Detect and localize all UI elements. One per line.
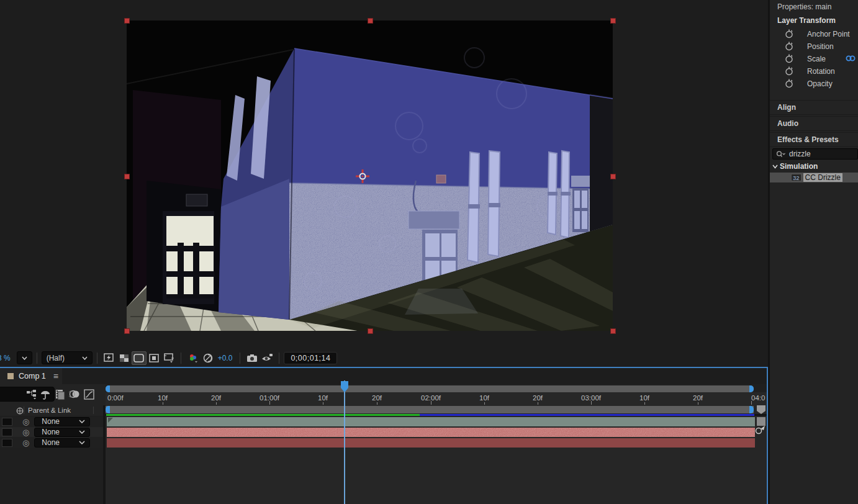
- selection-handle-bottom-right[interactable]: [610, 328, 616, 334]
- mini-flowchart-icon[interactable]: [26, 389, 37, 400]
- effect-name: CC Drizzle: [803, 173, 842, 182]
- stopwatch-icon[interactable]: [785, 79, 793, 88]
- take-snapshot-camera-icon[interactable]: [245, 351, 260, 365]
- ruler-label: 20f: [211, 394, 221, 402]
- layer-bar-1[interactable]: [107, 417, 755, 426]
- motion-blur-icon[interactable]: [69, 389, 80, 400]
- bit-depth-badge: 32: [791, 174, 802, 181]
- comp-viewport[interactable]: [127, 20, 613, 331]
- selection-handle-top-right[interactable]: [610, 18, 616, 24]
- work-area-start-handle[interactable]: [106, 406, 110, 413]
- mask-visibility-icon[interactable]: [147, 351, 161, 365]
- category-label: Simulation: [780, 162, 818, 171]
- graph-editor-icon[interactable]: [84, 389, 95, 400]
- stopwatch-icon[interactable]: [785, 54, 793, 63]
- parent-dropdown[interactable]: None: [34, 417, 90, 426]
- panel-header-align[interactable]: Align: [770, 100, 858, 115]
- parent-link-column-header[interactable]: Parent & Link: [28, 407, 71, 414]
- show-snapshot-eye-icon[interactable]: [260, 351, 274, 365]
- anchor-point-icon[interactable]: [355, 169, 370, 184]
- selection-handle-mid-right[interactable]: [610, 174, 616, 179]
- panel-header-audio[interactable]: Audio: [770, 116, 858, 131]
- parent-value: None: [42, 428, 79, 436]
- preview-timecode-field[interactable]: 0;00;01;14: [284, 352, 337, 364]
- link-dimensions-icon[interactable]: [846, 55, 856, 61]
- time-ruler[interactable]: 0:00f 10f 20f 01:00f 10f 20f 02:00f 10f …: [106, 392, 768, 405]
- ruler-label: 10f: [479, 394, 489, 402]
- pickwhip-cursor-icon: [755, 424, 766, 435]
- stopwatch-icon[interactable]: [785, 29, 793, 38]
- preview-timecode-value: 0;00;01;14: [291, 354, 330, 362]
- expand-chevron-icon[interactable]: [772, 164, 778, 169]
- selection-handle-mid-left[interactable]: [124, 174, 130, 179]
- transform-row-position[interactable]: Position: [770, 40, 858, 53]
- stopwatch-icon[interactable]: [785, 42, 793, 51]
- chevron-down-icon: [79, 420, 85, 423]
- zoom-level-value[interactable]: 3 %: [0, 354, 11, 362]
- panel-menu-icon[interactable]: ≡: [53, 371, 58, 381]
- zoom-dropdown[interactable]: [17, 351, 32, 364]
- transform-row-opacity[interactable]: Opacity: [770, 78, 858, 90]
- playhead-marker[interactable]: [340, 380, 349, 393]
- search-icon: [776, 151, 785, 158]
- effects-search-input[interactable]: drizzle: [772, 148, 858, 160]
- effect-item-cc-drizzle[interactable]: 32 CC Drizzle: [770, 173, 858, 182]
- property-label: Scale: [807, 55, 826, 63]
- transform-row-rotation[interactable]: Rotation: [770, 65, 858, 78]
- panel-header-label: Audio: [777, 119, 798, 128]
- time-navigator-start-handle[interactable]: [106, 385, 110, 392]
- viewer-toolbar: 3 % (Half) +0.0: [0, 349, 768, 367]
- layer-color-swatch[interactable]: [2, 418, 12, 426]
- ruler-label: 10f: [639, 394, 649, 402]
- chevron-down-icon: [22, 356, 27, 360]
- layer-bar-2[interactable]: [107, 428, 755, 437]
- pickwhip-icon[interactable]: ◎: [22, 428, 29, 436]
- timeline-focus-border: [0, 367, 768, 368]
- tab-comp-1[interactable]: Comp 1 ≡: [0, 368, 62, 384]
- layer-row[interactable]: ◎ None: [0, 416, 103, 426]
- column-divider[interactable]: [103, 405, 106, 504]
- search-value: drizzle: [789, 150, 811, 158]
- region-of-interest-icon[interactable]: [132, 351, 147, 365]
- layer-bar-3[interactable]: [107, 438, 755, 448]
- layer-row[interactable]: ◎ None: [0, 427, 103, 437]
- frame-blending-icon[interactable]: [55, 389, 66, 400]
- transform-row-anchor-point[interactable]: Anchor Point: [770, 28, 858, 40]
- resolution-dropdown[interactable]: (Half): [42, 351, 93, 364]
- time-navigator-bar[interactable]: [106, 385, 754, 392]
- panel-divider[interactable]: [768, 0, 770, 504]
- layer-row[interactable]: ◎ None: [0, 438, 103, 448]
- pickwhip-icon[interactable]: ◎: [22, 418, 29, 426]
- pickwhip-icon[interactable]: ◎: [22, 439, 29, 447]
- layer-transform-section-title[interactable]: Layer Transform: [777, 16, 836, 25]
- exposure-icon[interactable]: [201, 351, 215, 365]
- selection-handle-bottom-mid[interactable]: [368, 328, 373, 334]
- playhead-line[interactable]: [344, 380, 345, 504]
- transform-row-scale[interactable]: Scale: [770, 53, 858, 65]
- time-navigator-end-handle[interactable]: [749, 385, 754, 392]
- selection-handle-bottom-left[interactable]: [124, 328, 130, 334]
- transparency-grid-icon[interactable]: [117, 351, 132, 365]
- chevron-down-icon: [82, 356, 88, 360]
- stopwatch-icon[interactable]: [785, 66, 793, 76]
- property-label: Anchor Point: [807, 30, 850, 38]
- property-label: Position: [807, 42, 834, 51]
- selection-handle-top-left[interactable]: [124, 18, 130, 24]
- fast-preview-icon[interactable]: [102, 351, 117, 365]
- parent-dropdown[interactable]: None: [34, 428, 90, 437]
- layer-color-swatch[interactable]: [2, 428, 12, 436]
- category-simulation[interactable]: Simulation: [772, 162, 818, 171]
- selection-handle-top-mid[interactable]: [368, 18, 373, 24]
- layer-color-swatch[interactable]: [2, 439, 12, 447]
- rgb-channels-icon[interactable]: [186, 351, 201, 365]
- properties-panel-title[interactable]: Properties: main: [777, 2, 831, 11]
- pixel-aspect-correction-icon[interactable]: [161, 351, 176, 365]
- cache-indicator: [106, 414, 768, 416]
- parent-dropdown[interactable]: None: [34, 438, 90, 448]
- draft-3d-icon[interactable]: [40, 389, 51, 400]
- exposure-value[interactable]: +0.0: [218, 354, 233, 362]
- work-area-end-handle[interactable]: [749, 406, 754, 413]
- panel-header-effects-presets[interactable]: Effects & Presets: [770, 132, 858, 147]
- work-area-bar[interactable]: [106, 406, 754, 413]
- layer-in-point-mark: [108, 418, 114, 424]
